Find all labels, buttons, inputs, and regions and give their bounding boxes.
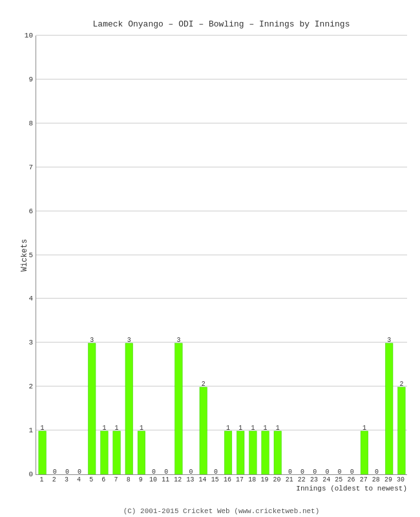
svg-text:0: 0 — [65, 469, 69, 474]
x-label-28: 28 — [370, 476, 382, 483]
svg-text:1: 1 — [115, 425, 119, 432]
svg-rect-25 — [237, 431, 245, 474]
svg-text:2: 2 — [399, 381, 403, 388]
y-tick-3: 3 — [17, 339, 33, 346]
x-label-16: 16 — [221, 476, 233, 483]
x-label-4: 4 — [72, 476, 85, 483]
x-label-13: 13 — [184, 476, 196, 483]
x-label-22: 22 — [295, 476, 308, 483]
svg-text:1: 1 — [140, 425, 143, 432]
svg-rect-42 — [386, 343, 394, 474]
x-label-15: 15 — [209, 476, 221, 483]
y-tick-8: 8 — [17, 120, 33, 127]
svg-text:0: 0 — [350, 469, 354, 474]
x-label-21: 21 — [283, 476, 295, 483]
svg-text:2: 2 — [202, 381, 205, 388]
x-label-1: 1 — [36, 476, 48, 483]
svg-text:3: 3 — [90, 337, 94, 344]
svg-rect-13 — [138, 431, 145, 474]
y-tick-7: 7 — [17, 164, 33, 171]
svg-text:0: 0 — [338, 469, 342, 474]
x-label-9: 9 — [134, 476, 147, 483]
x-axis-title: Innings (oldest to newest) — [36, 485, 407, 492]
x-label-5: 5 — [85, 476, 98, 483]
svg-rect-7 — [101, 431, 109, 474]
chart-container: Lameck Onyango – ODI – Bowling – Innings… — [0, 0, 420, 517]
x-label-17: 17 — [234, 476, 246, 483]
x-label-11: 11 — [160, 476, 172, 483]
svg-text:0: 0 — [288, 469, 292, 474]
svg-text:1: 1 — [41, 425, 45, 432]
y-tick-1: 1 — [17, 427, 33, 434]
svg-text:0: 0 — [300, 469, 304, 474]
x-label-20: 20 — [271, 476, 283, 483]
svg-text:1: 1 — [251, 425, 255, 432]
x-label-29: 29 — [382, 476, 394, 483]
svg-text:1: 1 — [238, 425, 242, 432]
x-label-30: 30 — [395, 476, 407, 483]
x-label-24: 24 — [320, 476, 333, 483]
svg-text:0: 0 — [325, 469, 329, 474]
y-tick-9: 9 — [17, 76, 33, 83]
x-label-27: 27 — [357, 476, 370, 483]
svg-rect-31 — [274, 431, 282, 474]
svg-text:0: 0 — [189, 469, 193, 474]
x-label-2: 2 — [48, 476, 60, 483]
y-tick-2: 2 — [17, 383, 33, 390]
svg-text:0: 0 — [164, 469, 168, 474]
x-label-8: 8 — [122, 476, 134, 483]
footer: (C) 2001-2015 Cricket Web (www.cricketwe… — [36, 507, 407, 515]
x-labels: 1234567891011121314151617181920212223242… — [36, 476, 407, 483]
svg-rect-27 — [249, 431, 257, 474]
x-label-26: 26 — [345, 476, 357, 483]
svg-rect-11 — [125, 343, 133, 474]
y-tick-0: 0 — [17, 470, 33, 478]
svg-text:3: 3 — [387, 337, 391, 344]
x-label-14: 14 — [196, 476, 209, 483]
svg-text:0: 0 — [375, 469, 379, 474]
svg-rect-9 — [113, 431, 121, 474]
svg-rect-5 — [89, 343, 96, 474]
svg-text:0: 0 — [53, 469, 57, 474]
y-tick-10: 10 — [17, 32, 33, 39]
svg-rect-29 — [262, 431, 269, 474]
x-label-19: 19 — [258, 476, 271, 483]
svg-rect-23 — [224, 431, 232, 474]
svg-text:1: 1 — [264, 425, 268, 432]
svg-text:1: 1 — [102, 425, 106, 432]
svg-rect-17 — [175, 343, 183, 474]
x-label-23: 23 — [308, 476, 320, 483]
x-label-6: 6 — [98, 476, 110, 483]
x-label-7: 7 — [110, 476, 122, 483]
svg-text:0: 0 — [152, 469, 156, 474]
svg-text:1: 1 — [362, 425, 366, 432]
svg-text:1: 1 — [276, 425, 280, 432]
svg-text:3: 3 — [127, 337, 131, 344]
svg-text:0: 0 — [313, 469, 317, 474]
x-label-25: 25 — [333, 476, 345, 483]
svg-rect-39 — [361, 431, 368, 474]
svg-text:0: 0 — [78, 469, 81, 474]
x-label-18: 18 — [246, 476, 258, 483]
chart-area: 10 9 8 7 6 5 4 3 2 1 — [36, 36, 407, 475]
y-tick-4: 4 — [17, 295, 33, 302]
svg-rect-44 — [398, 387, 406, 474]
chart-title: Lameck Onyango – ODI – Bowling – Innings… — [36, 19, 407, 29]
svg-text:3: 3 — [176, 337, 180, 344]
y-tick-5: 5 — [17, 251, 33, 259]
x-label-3: 3 — [60, 476, 72, 483]
svg-text:0: 0 — [214, 469, 218, 474]
svg-rect-0 — [39, 431, 47, 474]
x-label-12: 12 — [172, 476, 184, 483]
bars-chart: 100031131003020111110000001032 — [36, 36, 407, 474]
svg-rect-20 — [200, 387, 207, 474]
svg-text:1: 1 — [226, 425, 230, 432]
x-label-10: 10 — [147, 476, 159, 483]
y-tick-6: 6 — [17, 207, 33, 215]
